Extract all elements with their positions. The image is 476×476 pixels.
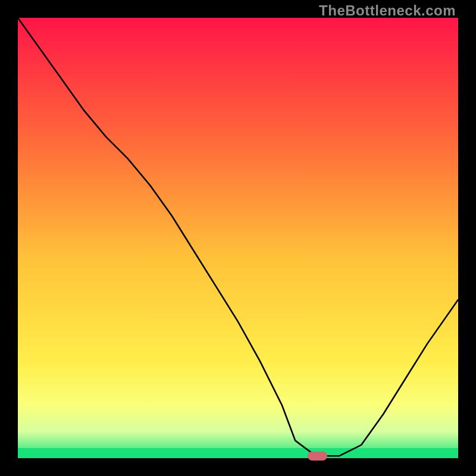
chart-frame: TheBottleneck.com	[0, 0, 476, 476]
plot-area	[18, 18, 458, 458]
optimal-point-marker	[308, 452, 327, 461]
bottleneck-curve	[18, 18, 458, 458]
watermark-text: TheBottleneck.com	[319, 2, 456, 19]
